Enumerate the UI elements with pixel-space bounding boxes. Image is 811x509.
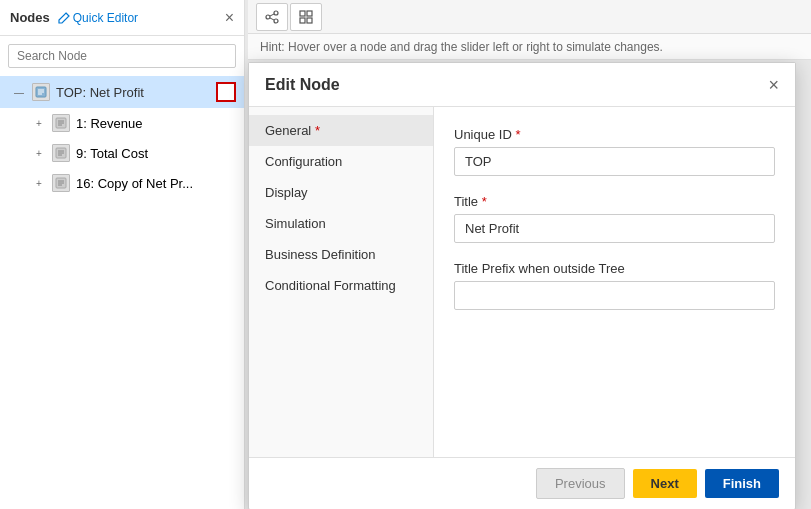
nav-item-configuration[interactable]: Configuration xyxy=(249,146,433,177)
node-icon xyxy=(52,114,70,132)
svg-rect-24 xyxy=(307,18,312,23)
next-button[interactable]: Next xyxy=(633,469,697,498)
title-input[interactable] xyxy=(454,214,775,243)
expand-icon: + xyxy=(32,176,46,190)
svg-rect-22 xyxy=(307,11,312,16)
modal-title: Edit Node xyxy=(265,76,768,94)
grid-icon xyxy=(299,10,313,24)
svg-point-16 xyxy=(274,11,278,15)
node-label: 1: Revenue xyxy=(76,116,143,131)
nav-item-business-definition[interactable]: Business Definition xyxy=(249,239,433,270)
node-label: 16: Copy of Net Pr... xyxy=(76,176,193,191)
share-button[interactable] xyxy=(256,3,288,31)
unique-id-required: * xyxy=(515,127,520,142)
quick-editor-link[interactable]: Quick Editor xyxy=(58,11,138,25)
node-icon xyxy=(52,144,70,162)
panel-header: Nodes Quick Editor × xyxy=(0,0,244,36)
modal-content: Unique ID * Title * Title Prefix when ou… xyxy=(434,107,795,457)
node-type-icon xyxy=(55,177,67,189)
title-required: * xyxy=(482,194,487,209)
node-edit-button[interactable] xyxy=(216,82,236,102)
node-label: 9: Total Cost xyxy=(76,146,148,161)
modal-nav: General * Configuration Display Simulati… xyxy=(249,107,434,457)
unique-id-field-group: Unique ID * xyxy=(454,127,775,176)
hint-text: Hint: Hover over a node and drag the sli… xyxy=(260,40,663,54)
unique-id-input[interactable] xyxy=(454,147,775,176)
edit-node-modal: Edit Node × General * Configuration Disp… xyxy=(248,62,796,509)
modal-body: General * Configuration Display Simulati… xyxy=(249,107,795,457)
node-item[interactable]: — TOP: Net Profit xyxy=(0,76,244,108)
node-label: TOP: Net Profit xyxy=(56,85,144,100)
left-panel: Nodes Quick Editor × — TOP: Net P xyxy=(0,0,245,509)
expand-icon: + xyxy=(32,116,46,130)
svg-rect-21 xyxy=(300,11,305,16)
node-item[interactable]: + 9: Total Cost xyxy=(0,138,244,168)
expand-icon: + xyxy=(32,146,46,160)
title-label: Title * xyxy=(454,194,775,209)
svg-point-18 xyxy=(274,19,278,23)
pencil-icon xyxy=(58,12,70,24)
modal-close-button[interactable]: × xyxy=(768,76,779,94)
close-panel-button[interactable]: × xyxy=(225,10,234,26)
required-indicator: * xyxy=(315,123,320,138)
panel-title: Nodes xyxy=(10,10,50,25)
svg-point-17 xyxy=(266,15,270,19)
modal-footer: Previous Next Finish xyxy=(249,457,795,509)
unique-id-label: Unique ID * xyxy=(454,127,775,142)
grid-button[interactable] xyxy=(290,3,322,31)
node-icon xyxy=(52,174,70,192)
toolbar xyxy=(248,0,811,34)
search-input[interactable] xyxy=(8,44,236,68)
title-field-group: Title * xyxy=(454,194,775,243)
nav-item-simulation[interactable]: Simulation xyxy=(249,208,433,239)
nav-item-display[interactable]: Display xyxy=(249,177,433,208)
nav-item-general[interactable]: General * xyxy=(249,115,433,146)
share-icon xyxy=(265,10,279,24)
node-icon xyxy=(32,83,50,101)
svg-line-20 xyxy=(270,18,274,20)
modal-header: Edit Node × xyxy=(249,63,795,107)
hint-bar: Hint: Hover over a node and drag the sli… xyxy=(248,34,811,60)
svg-line-19 xyxy=(270,14,274,16)
node-type-icon xyxy=(35,86,47,98)
svg-rect-23 xyxy=(300,18,305,23)
nav-item-conditional-formatting[interactable]: Conditional Formatting xyxy=(249,270,433,301)
title-prefix-label: Title Prefix when outside Tree xyxy=(454,261,775,276)
node-type-icon xyxy=(55,147,67,159)
node-item[interactable]: + 16: Copy of Net Pr... xyxy=(0,168,244,198)
previous-button[interactable]: Previous xyxy=(536,468,625,499)
finish-button[interactable]: Finish xyxy=(705,469,779,498)
title-prefix-input[interactable] xyxy=(454,281,775,310)
expand-icon: — xyxy=(12,85,26,99)
node-item[interactable]: + 1: Revenue xyxy=(0,108,244,138)
node-type-icon xyxy=(55,117,67,129)
title-prefix-field-group: Title Prefix when outside Tree xyxy=(454,261,775,310)
